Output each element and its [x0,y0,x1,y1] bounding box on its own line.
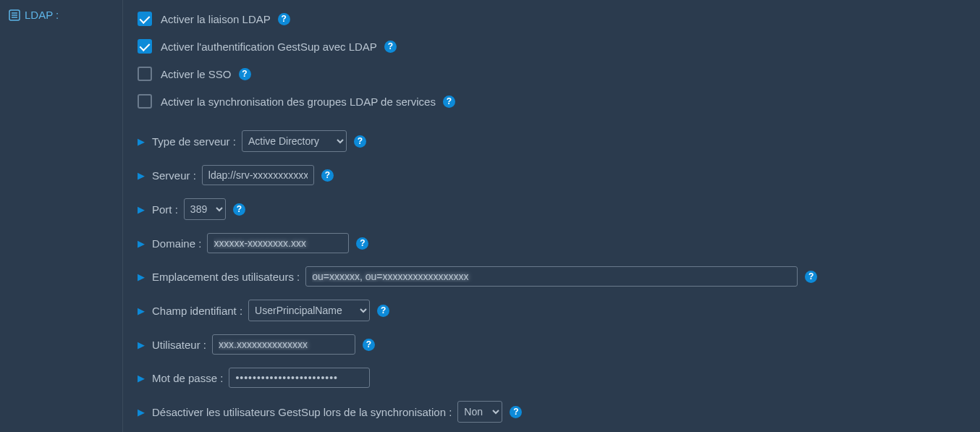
help-icon[interactable]: ? [377,305,389,317]
sidebar-title: LDAP : [9,9,122,21]
label-user: Utilisateur : [152,339,206,351]
row-ident-field: ▶ Champ identifiant : UserPrincipalName … [138,300,966,321]
label-server: Serveur : [152,169,196,182]
checkbox-enable-ldap[interactable] [138,12,152,26]
label-ident-field: Champ identifiant : [152,305,242,317]
row-user-location: ▶ Emplacement des utilisateurs : ? [138,266,966,287]
input-password[interactable] [229,368,370,388]
caret-icon: ▶ [138,305,145,316]
row-server: ▶ Serveur : ? [138,165,966,185]
label-disable-users: Désactiver les utilisateurs GestSup lors… [152,406,452,418]
row-user: ▶ Utilisateur : ? [138,334,966,355]
select-port[interactable]: 389 [184,198,226,220]
help-icon[interactable]: ? [356,237,368,250]
label-enable-sso: Activer le SSO [161,68,232,80]
input-domain[interactable] [207,233,349,253]
main-panel: Activer la liaison LDAP ? Activer l'auth… [123,0,980,432]
label-enable-sync-groups: Activer la synchronisation des groupes L… [161,96,436,108]
list-icon [9,9,20,21]
input-user[interactable] [212,334,355,355]
caret-icon: ▶ [138,339,145,350]
row-server-type: ▶ Type de serveur : Active Directory ? [138,130,966,152]
help-icon[interactable]: ? [363,339,375,351]
caret-icon: ▶ [138,136,145,147]
caret-icon: ▶ [138,407,145,418]
row-enable-auth: Activer l'authentification GestSup avec … [138,39,966,54]
label-password: Mot de passe : [152,372,223,384]
caret-icon: ▶ [138,204,145,215]
help-icon[interactable]: ? [805,271,817,283]
select-ident-field[interactable]: UserPrincipalName [248,300,370,321]
row-enable-ldap: Activer la liaison LDAP ? [138,12,966,26]
row-disable-users: ▶ Désactiver les utilisateurs GestSup lo… [138,401,966,423]
sidebar: LDAP : [0,0,123,432]
help-icon[interactable]: ? [321,169,334,182]
help-icon[interactable]: ? [443,96,455,108]
checkbox-enable-sso[interactable] [138,67,152,81]
caret-icon: ▶ [138,373,145,384]
label-port: Port : [152,203,178,216]
help-icon[interactable]: ? [278,13,290,25]
row-domain: ▶ Domaine : ? [138,233,966,253]
checkbox-enable-auth[interactable] [138,39,152,54]
label-enable-auth: Activer l'authentification GestSup avec … [161,41,377,53]
select-disable-users[interactable]: Non [457,401,502,423]
label-domain: Domaine : [152,237,201,250]
row-enable-sync-groups: Activer la synchronisation des groupes L… [138,94,966,109]
help-icon[interactable]: ? [354,135,366,148]
input-server[interactable] [202,165,314,185]
caret-icon: ▶ [138,170,145,181]
select-server-type[interactable]: Active Directory [242,130,347,152]
row-enable-sso: Activer le SSO ? [138,67,966,81]
help-icon[interactable]: ? [510,406,522,418]
input-user-location[interactable] [305,266,798,287]
caret-icon: ▶ [138,238,145,249]
caret-icon: ▶ [138,271,145,282]
checkbox-enable-sync-groups[interactable] [138,94,152,109]
label-server-type: Type de serveur : [152,135,236,148]
label-enable-ldap: Activer la liaison LDAP [161,13,271,25]
row-port: ▶ Port : 389 ? [138,198,966,220]
help-icon[interactable]: ? [384,41,397,53]
help-icon[interactable]: ? [233,203,245,216]
label-user-location: Emplacement des utilisateurs : [152,271,300,283]
help-icon[interactable]: ? [239,68,251,80]
sidebar-title-text: LDAP : [25,9,59,21]
row-password: ▶ Mot de passe : [138,368,966,388]
